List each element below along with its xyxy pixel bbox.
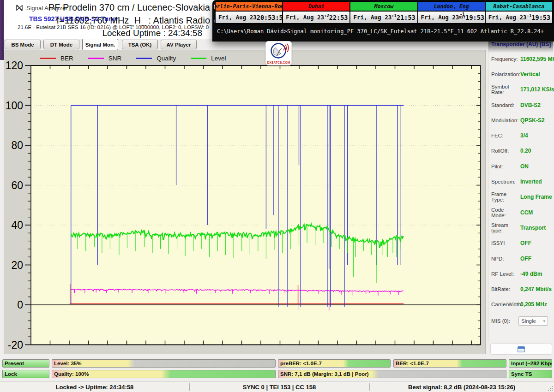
svg-text:60: 60 [11,179,23,191]
transponder-row-label: ISSYI [491,240,518,246]
clock-date: Fri, Aug 23 [421,14,459,21]
dxsatcs-logo: DXSATCS.COM [265,41,292,65]
transponder-panel: Transponder (AU) [BS] Frequency: 11602,5… [488,39,553,341]
transponder-row-value: Vertical [520,71,540,77]
transponder-rows: Frequency: 11602,595 MHz Polarization: V… [491,51,552,312]
tab-av-player[interactable]: AV Player [161,40,197,49]
clock-column: London, Eng Fri, Aug 23 -1 DST 19:53:52 [418,2,486,24]
ber-progress: BER: <1.0E-7 [393,359,506,368]
transponder-row: Frequency: 11602,595 MHz [491,51,552,66]
svg-text:100: 100 [6,100,23,112]
transponder-row-value: CCM [520,209,533,216]
transponder-row-value: QPSK-S2 [520,117,545,124]
transponder-row-label: CarrierWidth: [491,302,518,307]
logo-text: DXSATCS.COM [266,61,291,64]
level-progress: Level: 35% [52,359,276,368]
transponder-row: RF Level: -49 dBm [491,266,552,281]
clock-utc-offset: -1 [527,14,532,18]
clock-city-label: Moscow [374,3,394,10]
transponder-row-value: 11602,595 MHz [520,56,554,62]
transponder-row: Polarization: Vertical [491,66,552,82]
transponder-row-label: Modulation: [491,118,518,123]
status-best-signal: Best signal: 8,2 dB (2024-08-23 15:26) [369,381,554,392]
clock-time-row: Fri, Aug 23 -1 19:53 [486,12,552,23]
transponder-row: ISSYI OFF [491,236,552,251]
clock-column: Dubai Fri, Aug 23 +2 22:53 [283,2,350,24]
status-divider [369,383,370,391]
transponder-row-label: Stream type: [491,222,518,233]
background-window-edge [0,0,4,60]
clock-utc-offset: +1 [391,14,397,18]
clock-city-header: Rabat-Casablanca [486,2,552,12]
transponder-row-label: FEC: [491,133,518,138]
preber-progress: preBER: <1.0E-7 [278,359,391,368]
mis-row: MIS (0): Single ▾ [491,316,551,326]
clock-time-row: Fri, Aug 23 20:53:52 [216,12,282,23]
transponder-row-label: Pilot: [491,164,518,169]
clock-column: Moscow Fri, Aug 23 +1 21:53 [350,2,418,24]
status-sync-counts: SYNC 0 | TEI 153 | CC 158 [189,381,369,392]
resize-grip[interactable] [547,385,553,391]
status-uptime: Locked -> Uptime: 24:34:58 [0,381,189,392]
transponder-row-label: BitRate: [491,286,518,292]
chevron-down-icon: ▾ [543,319,545,323]
command-prompt-window[interactable]: M ( C:\Users\Roman Dávid>Signal monitori… [212,0,554,42]
tab-dt-mode[interactable]: DT Mode [43,40,79,49]
clock-date: Fri, Aug 23 [488,14,527,21]
mis-label: MIS (0): [491,318,518,324]
clock-column: Berlin-Paris-Vienna-Roma Fri, Aug 23 20:… [216,2,283,24]
clock-column: Rabat-Casablanca Fri, Aug 23 -1 19:53 [486,2,552,24]
clock-date: Fri, Aug 23 [218,14,257,21]
clock-city-label: London, Eng [434,3,469,10]
transponder-row-label: Spectrum: [491,179,518,184]
lock-indicator: Lock [2,370,49,378]
transponder-row-value: OFF [520,240,531,246]
console-command-line: C:\Users\Roman Dávid>Signal monitoring_P… [217,28,544,35]
dish-location-line: PF Prodelin 370 cm / Lucenec-Slovakia [48,2,210,13]
mis-select[interactable]: Single ▾ [518,316,548,326]
clock-city-header: Moscow [350,2,417,12]
transponder-row-value: DVB-S2 [520,102,541,108]
transponder-row-value: 171,012 KS/s [520,86,554,93]
clock-date: Fri, Aug 23 [353,14,391,21]
transponder-heading: Transponder (AU) [BS] [491,41,551,48]
transponder-row-value: -49 dBm [520,271,542,277]
tab-bs-mode[interactable]: BS Mode [5,40,41,49]
transponder-row-value: 0,247 Mbit/s [520,286,552,292]
transponder-row-value: 0,205 MHz [520,301,547,308]
clock-city-label: Berlin-Paris-Vienna-Roma [216,3,282,10]
input-indicator: Input (~282 Kbps) [509,359,552,368]
tab-tsa[interactable]: TSA (OK) [122,40,158,49]
app-icon [16,4,23,12]
status-divider [189,383,190,391]
snr-progress: SNR: 7,1 dB (Margin: 3,1 dB | Poor) [278,370,506,378]
clock-city-header: Berlin-Paris-Vienna-Roma [216,2,282,12]
transponder-row: Frame Type: Long Frame [491,190,552,205]
transponder-row-value: Transport [520,225,546,231]
transponder-row: NPD: OFF [491,251,552,266]
transponder-row-label: Code Mode: [491,207,518,218]
transponder-row: FEC: 3/4 [491,128,552,143]
world-clocks-widget: Berlin-Paris-Vienna-Roma Fri, Aug 23 20:… [215,1,553,24]
clock-time: 22:53 [329,14,348,21]
syncts-indicator: Sync TS [509,370,552,378]
svg-text:-20: -20 [8,339,23,351]
frequency-line: f=11602,760 MHz_H_ : Atlantis Radio [56,15,210,26]
clock-city-label: Rabat-Casablanca [494,3,545,10]
clock-time: 19:53 [531,14,550,21]
panel-mini-button[interactable] [490,344,552,355]
transponder-row: RollOff: 0.20 [491,143,552,159]
signal-chart-widget: BERSNRQualityLevel 120100806040200-20 [4,50,486,354]
svg-text:0: 0 [17,299,23,311]
transponder-row-label: Frame Type: [491,191,518,202]
transponder-row-label: Symbol Rate: [491,84,518,95]
transponder-row: Code Mode: CCM [491,205,552,220]
stripes-icon [518,346,525,352]
transponder-row-value: ON [520,163,529,170]
transponder-row-label: Standard: [491,102,518,108]
satellite-dish-icon [266,42,291,61]
transponder-row: BitRate: 0,247 Mbit/s [491,281,552,297]
tab-signal-mon[interactable]: Signal Mon. [82,39,118,50]
transponder-row: Spectrum: Inverted [491,174,552,189]
transponder-row-label: RF Level: [491,271,518,277]
